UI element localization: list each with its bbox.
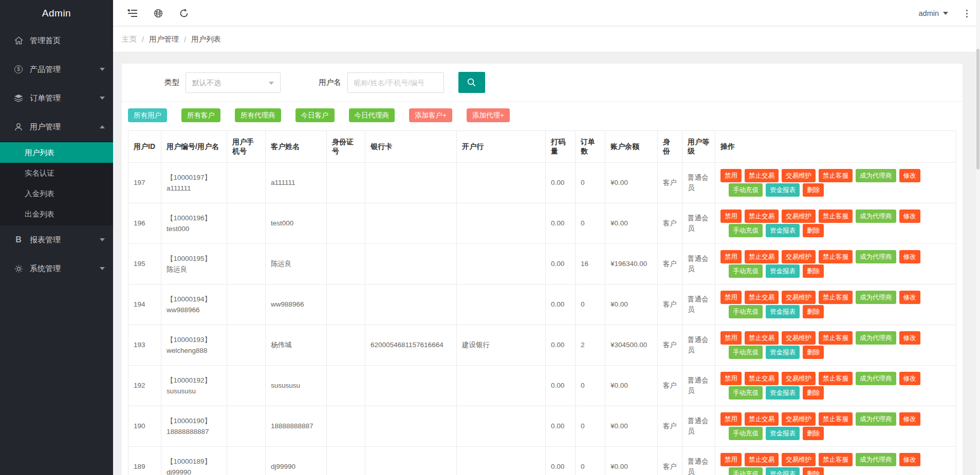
op-delete-button[interactable]: 删除 (803, 224, 824, 237)
all-users-button[interactable]: 所有用户 (128, 108, 167, 122)
op-edit-button[interactable]: 修改 (899, 250, 920, 263)
refresh-icon[interactable] (178, 7, 190, 20)
op-manual-recharge-button[interactable]: 手动充值 (729, 264, 763, 278)
op-disable-button[interactable]: 禁用 (720, 331, 742, 345)
op-forbid-trade-button[interactable]: 禁止交易 (745, 291, 779, 304)
op-fund-report-button[interactable]: 资金报表 (766, 224, 800, 237)
op-edit-button[interactable]: 修改 (899, 331, 920, 345)
kebab-menu-icon[interactable] (963, 8, 971, 19)
op-fund-report-button[interactable]: 资金报表 (766, 427, 800, 440)
op-forbid-trade-button[interactable]: 禁止交易 (745, 210, 779, 223)
op-forbid-service-button[interactable]: 禁止客服 (819, 453, 853, 466)
type-select[interactable]: 默认不选 (186, 72, 281, 93)
op-forbid-trade-button[interactable]: 禁止交易 (745, 453, 779, 466)
op-fund-report-button[interactable]: 资金报表 (766, 467, 800, 475)
sidebar-item-withdraw-list[interactable]: 出金列表 (0, 204, 113, 224)
op-disable-button[interactable]: 禁用 (720, 169, 742, 182)
sidebar-item-system[interactable]: 系统管理 (0, 254, 113, 283)
globe-icon[interactable] (152, 7, 164, 20)
op-delete-button[interactable]: 删除 (803, 386, 824, 400)
add-customer-button[interactable]: 添加客户+ (409, 108, 452, 122)
op-trade-maintain-button[interactable]: 交易维护 (782, 453, 816, 466)
op-disable-button[interactable]: 禁用 (720, 412, 742, 426)
op-edit-button[interactable]: 修改 (899, 169, 920, 182)
add-agent-button[interactable]: 添加代理+ (467, 108, 510, 122)
op-forbid-trade-button[interactable]: 禁止交易 (745, 331, 779, 345)
sidebar-item-users[interactable]: 用户管理 (0, 112, 113, 141)
op-become-agent-button[interactable]: 成为代理商 (856, 210, 896, 223)
op-delete-button[interactable]: 删除 (803, 346, 824, 359)
today-customers-button[interactable]: 今日客户 (295, 108, 335, 122)
op-manual-recharge-button[interactable]: 手动充值 (729, 183, 763, 197)
op-become-agent-button[interactable]: 成为代理商 (856, 169, 896, 182)
op-forbid-service-button[interactable]: 禁止客服 (819, 331, 853, 345)
op-delete-button[interactable]: 删除 (803, 467, 824, 475)
op-forbid-service-button[interactable]: 禁止客服 (819, 250, 853, 263)
op-forbid-trade-button[interactable]: 禁止交易 (745, 169, 779, 182)
op-forbid-trade-button[interactable]: 禁止交易 (745, 250, 779, 263)
search-button[interactable] (458, 72, 485, 93)
op-manual-recharge-button[interactable]: 手动充值 (729, 224, 763, 237)
scrollbar-thumb[interactable] (976, 49, 979, 169)
op-forbid-service-button[interactable]: 禁止客服 (819, 291, 853, 304)
op-delete-button[interactable]: 删除 (803, 305, 824, 318)
op-become-agent-button[interactable]: 成为代理商 (856, 291, 896, 304)
scrollbar[interactable] (976, 0, 980, 475)
all-agents-button[interactable]: 所有代理商 (235, 108, 281, 122)
op-disable-button[interactable]: 禁用 (720, 372, 742, 385)
op-manual-recharge-button[interactable]: 手动充值 (729, 386, 763, 400)
op-forbid-service-button[interactable]: 禁止客服 (819, 169, 853, 182)
op-trade-maintain-button[interactable]: 交易维护 (782, 372, 816, 385)
all-customers-button[interactable]: 所有客户 (181, 108, 220, 122)
op-edit-button[interactable]: 修改 (899, 291, 920, 304)
op-fund-report-button[interactable]: 资金报表 (766, 386, 800, 400)
op-become-agent-button[interactable]: 成为代理商 (856, 412, 896, 426)
op-fund-report-button[interactable]: 资金报表 (766, 305, 800, 318)
op-manual-recharge-button[interactable]: 手动充值 (729, 427, 763, 440)
op-fund-report-button[interactable]: 资金报表 (766, 264, 800, 278)
op-become-agent-button[interactable]: 成为代理商 (856, 250, 896, 263)
sidebar-item-reports[interactable]: B 报表管理 (0, 225, 113, 254)
op-disable-button[interactable]: 禁用 (720, 453, 742, 466)
op-disable-button[interactable]: 禁用 (720, 250, 742, 263)
op-forbid-trade-button[interactable]: 禁止交易 (745, 372, 779, 385)
op-trade-maintain-button[interactable]: 交易维护 (782, 169, 816, 182)
op-edit-button[interactable]: 修改 (899, 372, 920, 385)
breadcrumb-home[interactable]: 主页 (122, 34, 137, 44)
op-delete-button[interactable]: 删除 (803, 183, 824, 197)
sidebar-item-deposit-list[interactable]: 入金列表 (0, 183, 113, 204)
op-edit-button[interactable]: 修改 (899, 453, 920, 466)
sidebar-item-real-name-auth[interactable]: 实名认证 (0, 163, 113, 183)
op-become-agent-button[interactable]: 成为代理商 (856, 453, 896, 466)
op-become-agent-button[interactable]: 成为代理商 (856, 372, 896, 385)
op-manual-recharge-button[interactable]: 手动充值 (729, 467, 763, 475)
op-trade-maintain-button[interactable]: 交易维护 (782, 331, 816, 345)
op-manual-recharge-button[interactable]: 手动充值 (729, 346, 763, 359)
op-trade-maintain-button[interactable]: 交易维护 (782, 210, 816, 223)
op-disable-button[interactable]: 禁用 (720, 210, 742, 223)
sidebar-item-products[interactable]: $ 产品管理 (0, 55, 113, 84)
op-delete-button[interactable]: 删除 (803, 264, 824, 278)
op-trade-maintain-button[interactable]: 交易维护 (782, 412, 816, 426)
op-edit-button[interactable]: 修改 (899, 412, 920, 426)
collapse-menu-icon[interactable] (126, 7, 139, 20)
today-agents-button[interactable]: 今日代理商 (349, 108, 395, 122)
op-fund-report-button[interactable]: 资金报表 (766, 346, 800, 359)
op-become-agent-button[interactable]: 成为代理商 (856, 331, 896, 345)
sidebar-item-user-list[interactable]: 用户列表 (0, 142, 113, 163)
op-forbid-service-button[interactable]: 禁止客服 (819, 210, 853, 223)
op-manual-recharge-button[interactable]: 手动充值 (729, 305, 763, 318)
sidebar-item-dashboard[interactable]: 管理首页 (0, 26, 113, 55)
op-delete-button[interactable]: 删除 (803, 427, 824, 440)
op-forbid-service-button[interactable]: 禁止客服 (819, 372, 853, 385)
op-fund-report-button[interactable]: 资金报表 (766, 183, 800, 197)
op-disable-button[interactable]: 禁用 (720, 291, 742, 304)
op-trade-maintain-button[interactable]: 交易维护 (782, 250, 816, 263)
username-input[interactable] (347, 72, 444, 93)
op-forbid-service-button[interactable]: 禁止客服 (819, 412, 853, 426)
op-edit-button[interactable]: 修改 (899, 210, 920, 223)
sidebar-item-orders[interactable]: 订单管理 (0, 84, 113, 112)
op-forbid-trade-button[interactable]: 禁止交易 (745, 412, 779, 426)
user-menu[interactable]: admin (919, 0, 949, 26)
op-trade-maintain-button[interactable]: 交易维护 (782, 291, 816, 304)
